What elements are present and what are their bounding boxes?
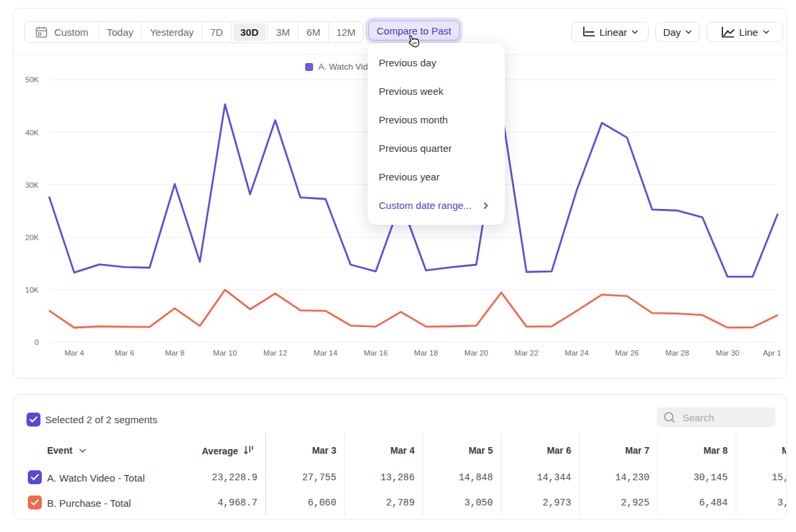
svg-text:50K: 50K: [25, 76, 39, 84]
svg-text:Mar 12: Mar 12: [263, 349, 287, 357]
svg-text:10K: 10K: [25, 286, 39, 294]
svg-text:Mar 6: Mar 6: [115, 349, 134, 357]
svg-text:30K: 30K: [25, 181, 39, 189]
svg-text:Mar 22: Mar 22: [515, 349, 539, 357]
svg-text:Mar 26: Mar 26: [615, 349, 639, 357]
svg-text:Mar 28: Mar 28: [665, 349, 689, 357]
svg-text:Mar 30: Mar 30: [716, 349, 740, 357]
svg-text:Mar 8: Mar 8: [165, 349, 184, 357]
svg-text:Mar 24: Mar 24: [565, 349, 589, 357]
svg-text:Mar 4: Mar 4: [64, 349, 84, 357]
svg-text:20K: 20K: [25, 233, 39, 241]
svg-text:0: 0: [34, 338, 38, 346]
svg-text:Apr 1: Apr 1: [763, 349, 781, 357]
svg-text:Mar 14: Mar 14: [314, 349, 338, 357]
svg-text:Mar 16: Mar 16: [364, 349, 388, 357]
svg-text:Mar 20: Mar 20: [464, 349, 488, 357]
svg-text:40K: 40K: [25, 129, 39, 137]
svg-text:Mar 18: Mar 18: [414, 349, 438, 357]
svg-text:Mar 10: Mar 10: [213, 349, 237, 357]
